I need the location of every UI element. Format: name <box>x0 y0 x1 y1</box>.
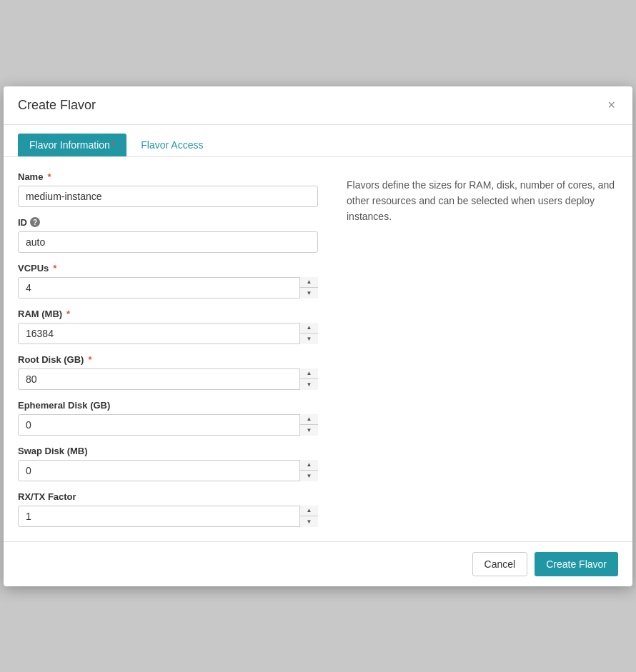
rxtx-input-wrapper: ▲ ▼ <box>18 506 318 527</box>
modal-header: Create Flavor × <box>4 86 632 125</box>
form-group-rxtx: RX/TX Factor ▲ ▼ <box>18 491 318 527</box>
root-disk-increment[interactable]: ▲ <box>300 368 318 380</box>
form-group-name: Name* <box>18 171 318 207</box>
form-group-id: ID ? <box>18 217 318 253</box>
ephemeral-disk-input-wrapper: ▲ ▼ <box>18 414 318 436</box>
ephemeral-disk-label: Ephemeral Disk (GB) <box>18 400 318 411</box>
tab-required-star: * <box>111 139 115 151</box>
root-disk-decrement[interactable]: ▼ <box>300 379 318 390</box>
tab-flavor-information[interactable]: Flavor Information* <box>18 134 126 156</box>
swap-disk-label: Swap Disk (MB) <box>18 446 318 456</box>
vcpus-input-wrapper: ▲ ▼ <box>18 277 318 299</box>
ephemeral-disk-input[interactable] <box>18 414 318 436</box>
form-group-ram: RAM (MB)* ▲ ▼ <box>18 309 318 344</box>
root-disk-input[interactable] <box>18 368 318 390</box>
ephemeral-disk-decrement[interactable]: ▼ <box>300 425 318 436</box>
id-input[interactable] <box>18 231 318 253</box>
modal-title: Create Flavor <box>18 98 96 113</box>
root-disk-input-wrapper: ▲ ▼ <box>18 368 318 390</box>
modal-body: Name* ID ? <box>4 157 632 541</box>
vcpus-label: VCPUs* <box>18 263 318 274</box>
id-label: ID ? <box>18 217 318 228</box>
form-section: Name* ID ? <box>18 171 318 527</box>
name-input[interactable] <box>18 186 318 207</box>
rxtx-spinner: ▲ ▼ <box>299 506 318 527</box>
root-disk-label: Root Disk (GB)* <box>18 354 318 365</box>
id-input-wrapper <box>18 231 318 253</box>
id-help-icon: ? <box>30 217 40 227</box>
vcpus-decrement[interactable]: ▼ <box>300 288 318 299</box>
create-flavor-button[interactable]: Create Flavor <box>535 552 618 576</box>
form-group-swap-disk: Swap Disk (MB) ▲ ▼ <box>18 446 318 481</box>
ram-input[interactable] <box>18 323 318 344</box>
form-group-ephemeral-disk: Ephemeral Disk (GB) ▲ ▼ <box>18 400 318 436</box>
ram-increment[interactable]: ▲ <box>300 323 318 334</box>
swap-disk-decrement[interactable]: ▼ <box>300 471 318 481</box>
tab-flavor-access[interactable]: Flavor Access <box>129 134 214 156</box>
swap-disk-input[interactable] <box>18 460 318 481</box>
ephemeral-disk-increment[interactable]: ▲ <box>300 414 318 426</box>
vcpus-spinner: ▲ ▼ <box>299 277 318 299</box>
swap-disk-input-wrapper: ▲ ▼ <box>18 460 318 481</box>
rxtx-input[interactable] <box>18 506 318 527</box>
rxtx-increment[interactable]: ▲ <box>300 506 318 517</box>
name-label: Name* <box>18 171 318 182</box>
cancel-button[interactable]: Cancel <box>472 552 528 576</box>
rxtx-label: RX/TX Factor <box>18 491 318 502</box>
name-input-wrapper <box>18 186 318 207</box>
form-group-vcpus: VCPUs* ▲ ▼ <box>18 263 318 299</box>
ram-decrement[interactable]: ▼ <box>300 334 318 344</box>
ram-spinner: ▲ ▼ <box>299 323 318 344</box>
vcpus-input[interactable] <box>18 277 318 299</box>
vcpus-increment[interactable]: ▲ <box>300 277 318 289</box>
ephemeral-disk-spinner: ▲ ▼ <box>299 414 318 436</box>
create-flavor-modal: Create Flavor × Flavor Information* Flav… <box>4 86 632 586</box>
swap-disk-spinner: ▲ ▼ <box>299 460 318 481</box>
ram-input-wrapper: ▲ ▼ <box>18 323 318 344</box>
modal-overlay: Create Flavor × Flavor Information* Flav… <box>0 0 636 672</box>
modal-tabs: Flavor Information* Flavor Access <box>4 125 632 157</box>
form-group-root-disk: Root Disk (GB)* ▲ ▼ <box>18 354 318 390</box>
modal-footer: Cancel Create Flavor <box>4 541 632 586</box>
info-text: Flavors define the sizes for RAM, disk, … <box>347 177 618 225</box>
rxtx-decrement[interactable]: ▼ <box>300 516 318 527</box>
root-disk-spinner: ▲ ▼ <box>299 368 318 390</box>
ram-label: RAM (MB)* <box>18 309 318 319</box>
swap-disk-increment[interactable]: ▲ <box>300 460 318 471</box>
close-button[interactable]: × <box>605 99 618 111</box>
info-section: Flavors define the sizes for RAM, disk, … <box>347 171 618 527</box>
